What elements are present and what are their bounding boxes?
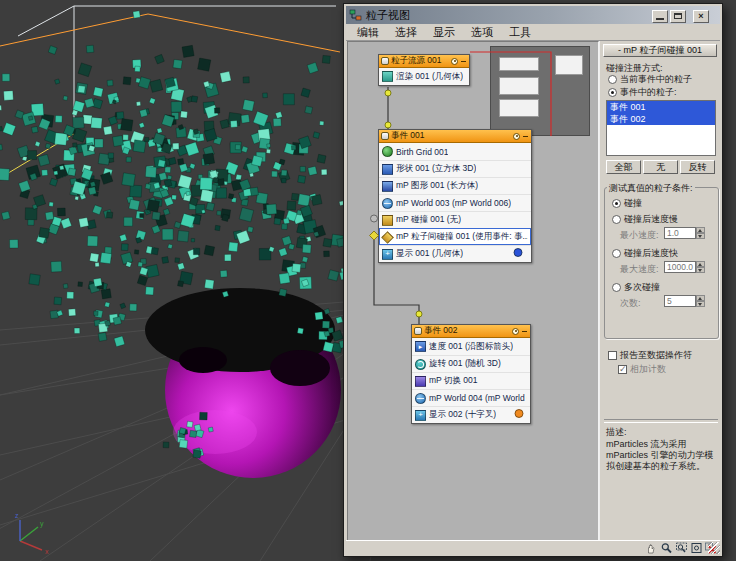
operator-label: 显示 002 (十字叉) bbox=[429, 409, 496, 421]
collapse-icon[interactable] bbox=[522, 133, 529, 140]
radio-label: 当前事件中的粒子 bbox=[620, 73, 692, 86]
operator-row[interactable]: 形状 001 (立方体 3D) bbox=[379, 160, 531, 177]
report-to-data-operator-checkbox[interactable] bbox=[608, 351, 617, 360]
shape-icon bbox=[382, 164, 393, 175]
spinner-arrows[interactable] bbox=[696, 295, 705, 307]
operator-row[interactable]: mP 切换 001 bbox=[412, 372, 530, 389]
spinner-arrows[interactable] bbox=[696, 227, 705, 239]
radio-fast-after-collision[interactable] bbox=[612, 249, 621, 258]
checkbox-label: 相加计数 bbox=[630, 363, 666, 376]
all-button[interactable]: 全部 bbox=[606, 160, 641, 174]
list-item-event-001[interactable]: 事件 001 bbox=[607, 101, 715, 113]
radio-collision[interactable] bbox=[612, 199, 621, 208]
checkbox-label: 报告至数据操作符 bbox=[620, 349, 692, 362]
wire-dot[interactable] bbox=[385, 122, 391, 128]
invert-button[interactable]: 反转 bbox=[680, 160, 715, 174]
display-toggle-icon[interactable] bbox=[513, 133, 520, 140]
list-item-event-002[interactable]: 事件 002 bbox=[607, 113, 715, 125]
depot-block[interactable] bbox=[499, 77, 539, 95]
min-speed-label: 最小速度: bbox=[620, 229, 659, 242]
spinner-arrows[interactable] bbox=[696, 261, 705, 273]
max-speed-label: 最大速度: bbox=[620, 263, 659, 276]
wire-dot[interactable] bbox=[416, 311, 422, 317]
radio-event-particles[interactable] bbox=[608, 88, 617, 97]
parameters-panel: - mP 粒子间碰撞 001 碰撞注册方式: 当前事件中的粒子 事件中的粒子: … bbox=[599, 41, 721, 542]
operator-row[interactable]: mP 碰撞 001 (无) bbox=[379, 211, 531, 228]
source-node[interactable]: 粒子流源 001 渲染 001 (几何体) bbox=[378, 54, 470, 86]
none-button[interactable]: 无 bbox=[643, 160, 678, 174]
rollout-title[interactable]: - mP 粒子间碰撞 001 bbox=[603, 44, 717, 57]
event-header[interactable]: 事件 002 bbox=[412, 325, 530, 338]
source-node-title: 粒子流源 001 bbox=[391, 55, 449, 67]
max-speed-spinner[interactable]: 1000.0 bbox=[664, 261, 705, 273]
divider bbox=[604, 419, 718, 423]
operator-row-selected[interactable]: mP 粒子间碰撞 001 (使用事件: 事... bbox=[379, 228, 531, 245]
radio-slow-after-collision[interactable] bbox=[612, 215, 621, 224]
minimize-button[interactable] bbox=[652, 10, 668, 23]
event-node-002[interactable]: 事件 002 速度 001 (沿图标箭头) 旋转 001 (随机 3D) mP … bbox=[411, 324, 531, 424]
zoom-tool-icon[interactable] bbox=[660, 542, 673, 554]
event-listbox[interactable]: 事件 001 事件 002 bbox=[606, 100, 716, 156]
depot-panel bbox=[490, 46, 590, 136]
window-titlebar[interactable]: 粒子视图 × bbox=[346, 6, 720, 24]
render-icon bbox=[382, 71, 393, 82]
zoom-extents-icon[interactable] bbox=[690, 542, 703, 554]
radio-multiple-collisions[interactable] bbox=[612, 283, 621, 292]
operator-row[interactable]: mP 图形 001 (长方体) bbox=[379, 177, 531, 194]
menu-display[interactable]: 显示 bbox=[425, 24, 463, 41]
operator-label: 渲染 001 (几何体) bbox=[396, 71, 463, 83]
radio-label: 碰撞后速度慢 bbox=[624, 213, 678, 226]
menu-edit[interactable]: 编辑 bbox=[349, 24, 387, 41]
particle-view-window: 粒子视图 × 编辑 选择 显示 选项 工具 粒子流源 001 bbox=[343, 3, 723, 557]
event-canvas[interactable]: 粒子流源 001 渲染 001 (几何体) 事件 001 bbox=[347, 41, 599, 542]
radio-label: 碰撞后速度快 bbox=[624, 247, 678, 260]
description-label: 描述: bbox=[606, 426, 627, 439]
statusbar bbox=[346, 540, 720, 554]
event-icon bbox=[414, 327, 422, 335]
min-speed-input[interactable]: 1.0 bbox=[664, 227, 696, 239]
wire-dot[interactable] bbox=[385, 90, 391, 96]
menu-options[interactable]: 选项 bbox=[463, 24, 501, 41]
collapse-icon[interactable] bbox=[460, 58, 467, 65]
operator-row[interactable]: 显示 002 (十字叉) bbox=[412, 406, 530, 423]
maximize-button[interactable] bbox=[670, 10, 686, 23]
resize-grip[interactable] bbox=[708, 542, 720, 554]
radio-label: 多次碰撞 bbox=[624, 281, 660, 294]
operator-row[interactable]: 渲染 001 (几何体) bbox=[379, 68, 469, 85]
operator-label: 旋转 001 (随机 3D) bbox=[429, 358, 501, 370]
source-node-header[interactable]: 粒子流源 001 bbox=[379, 55, 469, 68]
operator-row[interactable]: mP World 003 (mP World 006) bbox=[379, 194, 531, 211]
operator-row[interactable]: 显示 001 (几何体) bbox=[379, 245, 531, 262]
input-connector[interactable] bbox=[371, 215, 378, 222]
close-button[interactable]: × bbox=[693, 10, 709, 23]
depot-block[interactable] bbox=[499, 57, 539, 71]
min-speed-spinner[interactable]: 1.0 bbox=[664, 227, 705, 239]
birth-grid-icon bbox=[382, 146, 393, 157]
add-count-checkbox[interactable] bbox=[618, 365, 627, 374]
display-toggle-icon[interactable] bbox=[512, 328, 519, 335]
menu-select[interactable]: 选择 bbox=[387, 24, 425, 41]
event-header[interactable]: 事件 001 bbox=[379, 130, 531, 143]
collapse-icon[interactable] bbox=[521, 328, 528, 335]
radio-current-event-particles[interactable] bbox=[608, 75, 617, 84]
count-input[interactable]: 5 bbox=[664, 295, 696, 307]
operator-row[interactable]: Birth Grid 001 bbox=[379, 143, 531, 160]
mp-world-icon bbox=[382, 198, 393, 209]
operator-row[interactable]: 旋转 001 (随机 3D) bbox=[412, 355, 530, 372]
menu-tools[interactable]: 工具 bbox=[501, 24, 539, 41]
svg-text:y: y bbox=[40, 520, 44, 528]
display-toggle-icon[interactable] bbox=[451, 58, 458, 65]
display-icon bbox=[382, 249, 393, 260]
depot-block[interactable] bbox=[499, 99, 539, 117]
depot-block[interactable] bbox=[555, 55, 583, 75]
event-node-001[interactable]: 事件 001 Birth Grid 001 形状 001 (立方体 3D) mP… bbox=[378, 129, 532, 263]
operator-row[interactable]: mP World 004 (mP World 006) bbox=[412, 389, 530, 406]
zoom-region-icon[interactable] bbox=[675, 542, 688, 554]
count-spinner[interactable]: 5 bbox=[664, 295, 705, 307]
operator-label: 显示 001 (几何体) bbox=[396, 248, 463, 260]
operator-row[interactable]: 速度 001 (沿图标箭头) bbox=[412, 338, 530, 355]
particle-view-icon bbox=[349, 9, 362, 22]
max-speed-input[interactable]: 1000.0 bbox=[664, 261, 696, 273]
pan-tool-icon[interactable] bbox=[645, 542, 658, 554]
mp-world-icon bbox=[415, 393, 426, 404]
